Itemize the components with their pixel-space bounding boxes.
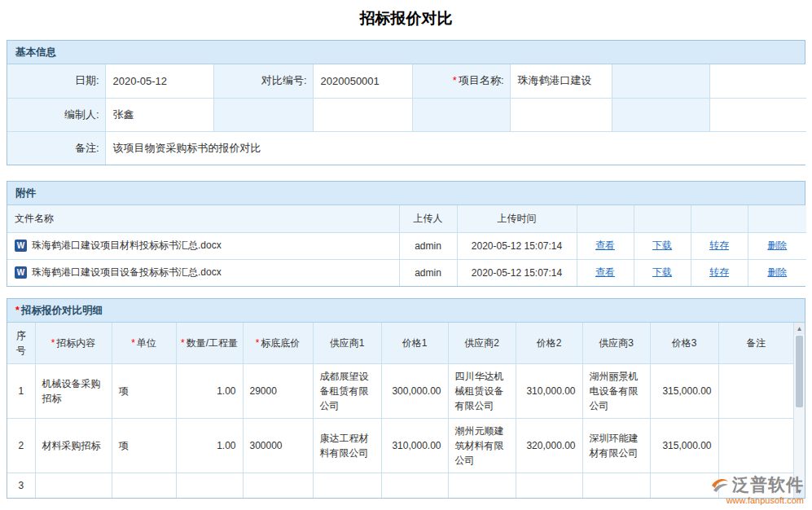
cell-qty <box>176 473 243 498</box>
project-name-label-text: 项目名称: <box>459 74 504 86</box>
date-label: 日期: <box>7 64 105 98</box>
view-link[interactable]: 查看 <box>595 240 615 251</box>
empty-label-cell <box>412 98 510 131</box>
download-link[interactable]: 下载 <box>652 240 672 251</box>
watermark: 泛普软件 www.fanpusoft.com <box>710 473 804 505</box>
word-file-icon: W <box>15 266 27 279</box>
empty-value-cell <box>709 98 806 131</box>
transfer-link[interactable]: 转存 <box>709 240 729 251</box>
col-uploader: 上传人 <box>399 205 457 232</box>
cell-price3 <box>650 473 718 498</box>
attachments-table: 文件名称 上传人 上传时间 W 珠海鹤港口建设项目材料投标标书汇总.docx a… <box>7 205 806 286</box>
cell-price1: 300,000.00 <box>381 363 448 418</box>
cell-content: 机械设备采购招标 <box>35 363 112 418</box>
empty-value-cell <box>313 98 412 131</box>
required-asterisk: * <box>51 337 55 349</box>
attachment-row: W 珠海鹤港口建设项目设备投标标书汇总.docx admin 2020-05-1… <box>7 259 806 286</box>
attachment-upload-time: 2020-05-12 15:07:14 <box>457 259 577 286</box>
cell-price1 <box>381 473 448 498</box>
attachment-row: W 珠海鹤港口建设项目材料投标标书汇总.docx admin 2020-05-1… <box>7 232 806 259</box>
basic-info-table: 日期: 2020-05-12 对比编号: 2020050001 *项目名称: 珠… <box>7 64 806 165</box>
required-asterisk: * <box>256 337 260 349</box>
col-price1: 价格1 <box>381 323 448 363</box>
empty-label-cell <box>612 64 709 98</box>
fanpu-logo-icon <box>710 476 730 494</box>
cell-price1: 310,000.00 <box>381 418 448 473</box>
cell-supplier2: 四川华达机械租赁设备有限公司 <box>448 363 516 418</box>
action-cell: 下载 <box>634 259 691 286</box>
required-asterisk: * <box>453 74 457 86</box>
col-unit: *单位 <box>112 323 176 363</box>
attachment-filename-cell: W 珠海鹤港口建设项目设备投标标书汇总.docx <box>7 259 399 286</box>
detail-section: *招标报价对比明细 序号 *招标内容 *单位 *数量/工程量 *标底底价 供应商… <box>7 298 805 499</box>
detail-header-row: 序号 *招标内容 *单位 *数量/工程量 *标底底价 供应商1 价格1 供应商2… <box>7 323 793 363</box>
col-qty: *数量/工程量 <box>176 323 243 363</box>
cell-content: 材料采购招标 <box>35 418 112 473</box>
col-upload-time: 上传时间 <box>457 205 577 232</box>
cell-base-price: 29000 <box>243 363 313 418</box>
col-action-empty <box>577 205 634 232</box>
page-title: 招标报价对比 <box>0 0 812 40</box>
cell-supplier3: 湖州丽景机电设备有限公司 <box>582 363 650 418</box>
compare-no-label: 对比编号: <box>213 64 313 98</box>
cell-supplier2: 潮州元顺建筑材料有限公司 <box>448 418 516 473</box>
attachments-section-title: 附件 <box>7 182 805 205</box>
cell-price2 <box>516 473 582 498</box>
attachment-filename: 珠海鹤港口建设项目材料投标标书汇总.docx <box>32 239 222 253</box>
attachment-uploader: admin <box>399 259 457 286</box>
delete-link[interactable]: 删除 <box>767 240 787 251</box>
basic-info-section: 基本信息 日期: 2020-05-12 对比编号: 2020050001 *项目… <box>7 40 805 165</box>
cell-supplier2 <box>448 473 516 498</box>
detail-row: 1 机械设备采购招标 项 1.00 29000 成都展望设备租赁有限公司 300… <box>7 363 793 418</box>
col-supplier1: 供应商1 <box>313 323 381 363</box>
cell-unit <box>112 473 176 498</box>
author-label: 编制人: <box>7 98 105 131</box>
cell-price3: 315,000.00 <box>650 418 718 473</box>
detail-row: 3 <box>7 473 793 498</box>
col-price2: 价格2 <box>516 323 582 363</box>
col-filename: 文件名称 <box>7 205 399 232</box>
cell-qty: 1.00 <box>176 363 243 418</box>
action-cell: 转存 <box>691 232 748 259</box>
col-remark: 备注 <box>718 323 793 363</box>
cell-unit: 项 <box>112 418 176 473</box>
author-value: 张鑫 <box>105 98 213 131</box>
cell-supplier3 <box>582 473 650 498</box>
col-action-empty <box>691 205 748 232</box>
transfer-link[interactable]: 转存 <box>709 266 729 278</box>
scrollbar-thumb[interactable] <box>796 336 803 407</box>
empty-value-cell <box>510 98 612 131</box>
remark-label: 备注: <box>7 131 105 165</box>
project-name-label: *项目名称: <box>412 64 510 98</box>
cell-seq: 3 <box>7 473 35 498</box>
cell-price3: 315,000.00 <box>650 363 718 418</box>
col-action-empty <box>634 205 691 232</box>
attachment-filename-cell: W 珠海鹤港口建设项目材料投标标书汇总.docx <box>7 232 399 259</box>
view-link[interactable]: 查看 <box>595 266 615 278</box>
action-cell: 删除 <box>748 259 806 286</box>
action-cell: 删除 <box>748 232 806 259</box>
cell-price2: 310,000.00 <box>516 363 582 418</box>
delete-link[interactable]: 删除 <box>767 266 787 278</box>
action-cell: 转存 <box>691 259 748 286</box>
required-asterisk: * <box>15 305 20 316</box>
cell-supplier1: 成都展望设备租赁有限公司 <box>313 363 381 418</box>
download-link[interactable]: 下载 <box>652 266 672 278</box>
project-name-value: 珠海鹤港口建设 <box>510 64 612 98</box>
cell-content <box>35 473 112 498</box>
cell-base-price: 300000 <box>243 418 313 473</box>
cell-unit: 项 <box>112 363 176 418</box>
detail-scrollbar[interactable]: ▲ ▼ <box>793 323 805 498</box>
empty-value-cell <box>709 64 806 98</box>
brand-name: 泛普软件 <box>732 473 804 496</box>
detail-section-title-text: 招标报价对比明细 <box>21 305 103 316</box>
detail-row: 2 材料采购招标 项 1.00 300000 康达工程材料有限公司 310,00… <box>7 418 793 473</box>
cell-price2: 320,000.00 <box>516 418 582 473</box>
cell-remark <box>718 418 793 473</box>
cell-seq: 2 <box>7 418 35 473</box>
scroll-up-icon[interactable]: ▲ <box>794 323 805 335</box>
cell-seq: 1 <box>7 363 35 418</box>
empty-label-cell <box>213 98 313 131</box>
detail-table: 序号 *招标内容 *单位 *数量/工程量 *标底底价 供应商1 价格1 供应商2… <box>7 323 793 498</box>
brand-url: www.fanpusoft.com <box>710 495 804 505</box>
